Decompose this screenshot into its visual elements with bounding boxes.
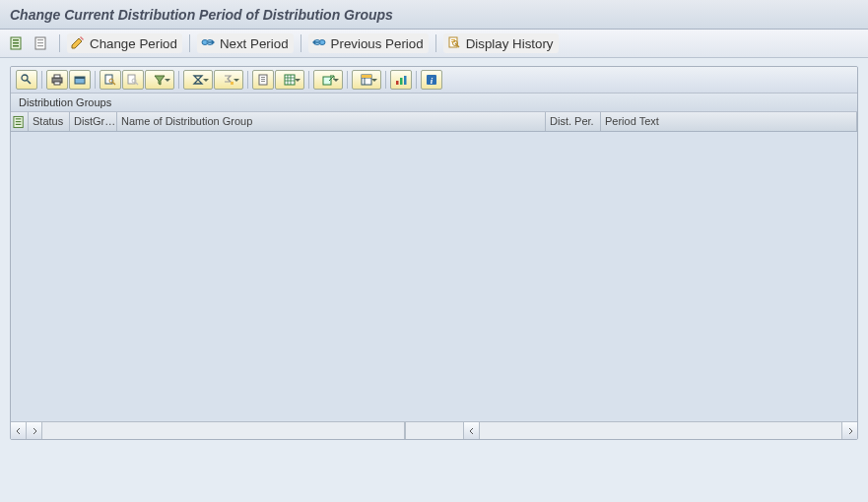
- svg-rect-31: [285, 75, 295, 85]
- scroll-track-left[interactable]: [42, 422, 405, 439]
- svg-rect-36: [400, 78, 403, 85]
- content-area: i Distribution Groups Status DistGr… Nam…: [0, 58, 868, 502]
- svg-rect-5: [37, 39, 43, 40]
- svg-rect-41: [16, 118, 22, 119]
- change-period-button[interactable]: Change Period: [67, 33, 182, 53]
- svg-rect-43: [16, 123, 22, 124]
- separator: [247, 71, 248, 89]
- svg-rect-7: [37, 45, 43, 46]
- previous-period-label: Previous Period: [331, 36, 424, 51]
- svg-rect-28: [261, 77, 265, 78]
- svg-rect-37: [404, 76, 407, 85]
- separator: [416, 71, 417, 89]
- svg-rect-2: [13, 42, 19, 44]
- table-body: [11, 132, 857, 421]
- separator: [95, 71, 96, 89]
- subtotal-button[interactable]: [214, 70, 243, 90]
- next-period-button[interactable]: Next Period: [197, 33, 294, 53]
- column-distper[interactable]: Dist. Per.: [546, 112, 601, 131]
- main-toolbar: Change Period Next Period Previous Perio…: [0, 30, 868, 58]
- separator: [189, 34, 190, 52]
- svg-rect-6: [37, 42, 43, 43]
- print-preview-button[interactable]: [252, 70, 274, 90]
- svg-rect-1: [13, 39, 19, 41]
- details-button[interactable]: [16, 70, 37, 90]
- print-button[interactable]: [46, 70, 68, 90]
- scroll-right-button[interactable]: [27, 422, 42, 439]
- grid-panel: i Distribution Groups Status DistGr… Nam…: [10, 66, 858, 440]
- history-icon: [446, 34, 462, 53]
- graphic-button[interactable]: [390, 70, 412, 90]
- info-button[interactable]: i: [421, 70, 442, 90]
- scroll-track-right[interactable]: [480, 422, 841, 439]
- find-button[interactable]: [100, 70, 121, 90]
- column-status[interactable]: Status: [29, 112, 70, 131]
- column-distgr[interactable]: DistGr…: [70, 112, 117, 131]
- separator: [59, 34, 60, 52]
- display-history-label: Display History: [466, 36, 554, 51]
- deselect-all-icon-button[interactable]: [31, 33, 52, 53]
- title-bar: Change Current Distribution Period of Di…: [0, 0, 868, 30]
- separator: [308, 71, 309, 89]
- separator: [300, 34, 301, 52]
- separator: [178, 71, 179, 89]
- column-name[interactable]: Name of Distribution Group: [117, 112, 546, 131]
- scroll-right-button-2[interactable]: [841, 422, 857, 439]
- svg-rect-13: [451, 39, 455, 40]
- separator: [435, 34, 436, 52]
- svg-rect-30: [261, 81, 265, 82]
- next-period-label: Next Period: [220, 36, 289, 51]
- page-title: Change Current Distribution Period of Di…: [10, 7, 858, 23]
- pencil-icon: [70, 34, 86, 53]
- svg-rect-21: [75, 77, 85, 79]
- svg-rect-32: [323, 77, 331, 85]
- scroll-spacer: [405, 422, 464, 439]
- previous-period-icon: [311, 34, 327, 53]
- display-history-button[interactable]: Display History: [443, 33, 559, 53]
- layout-button[interactable]: [352, 70, 381, 90]
- find-next-button[interactable]: [122, 70, 144, 90]
- svg-rect-18: [54, 75, 60, 78]
- svg-rect-3: [13, 45, 19, 47]
- previous-period-button[interactable]: Previous Period: [308, 33, 429, 53]
- grid-toolbar: i: [11, 67, 857, 94]
- export-local-button[interactable]: [69, 70, 91, 90]
- change-period-label: Change Period: [90, 36, 177, 51]
- export-button[interactable]: [313, 70, 343, 90]
- sum-button[interactable]: [183, 70, 213, 90]
- select-all-column[interactable]: [11, 112, 29, 131]
- next-period-icon: [200, 34, 216, 53]
- svg-rect-42: [16, 121, 22, 122]
- svg-point-16: [22, 75, 28, 81]
- separator: [41, 71, 42, 89]
- column-period-text[interactable]: Period Text: [601, 112, 857, 131]
- select-all-icon-button[interactable]: [6, 33, 28, 53]
- scroll-left-button[interactable]: [11, 422, 27, 439]
- grid-panel-label: Distribution Groups: [11, 94, 857, 112]
- filter-button[interactable]: [145, 70, 174, 90]
- separator: [385, 71, 386, 89]
- svg-rect-19: [54, 82, 60, 85]
- svg-rect-34: [362, 75, 371, 78]
- separator: [347, 71, 348, 89]
- svg-rect-26: [231, 82, 234, 85]
- table-header: Status DistGr… Name of Distribution Grou…: [11, 112, 857, 132]
- scroll-left-button-2[interactable]: [464, 422, 480, 439]
- spreadsheet-button[interactable]: [275, 70, 304, 90]
- svg-rect-35: [396, 81, 399, 85]
- svg-rect-29: [261, 79, 265, 80]
- horizontal-scrollbar: [11, 421, 857, 439]
